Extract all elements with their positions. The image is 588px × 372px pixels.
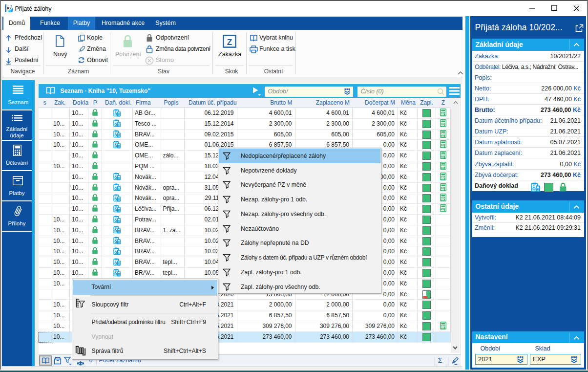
svg-text:K2: K2 [7, 6, 11, 10]
svg-text:Z: Z [227, 38, 232, 47]
